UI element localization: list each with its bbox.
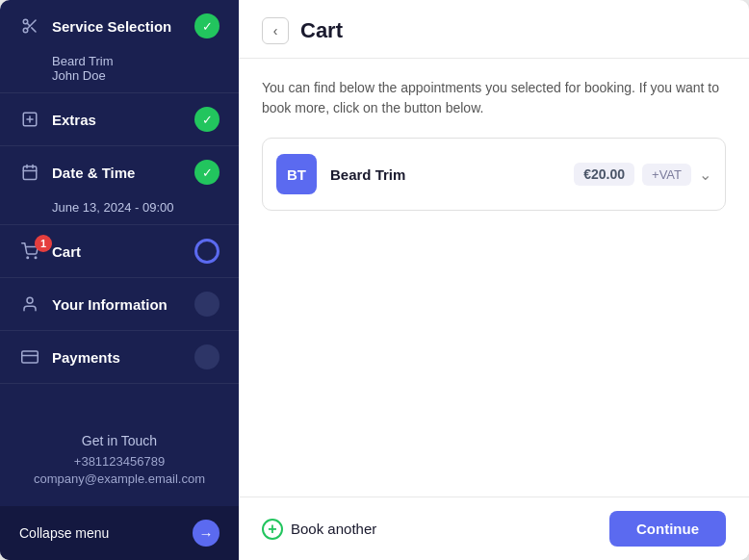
- cart-item: BT Beard Trim €20.00 +VAT ⌄: [262, 138, 726, 211]
- sidebar-item-status-inactive: [194, 344, 220, 369]
- sidebar-item-sub-date: June 13, 2024 - 09:00: [0, 198, 239, 225]
- sidebar-sub-line-1: Beard Trim: [52, 54, 220, 68]
- sidebar-item-status-done: ✓: [194, 107, 220, 132]
- sidebar-item-status-done: ✓: [194, 160, 220, 185]
- cart-description: You can find below the appointments you …: [262, 78, 726, 118]
- sidebar-item-label: Your Information: [52, 296, 194, 313]
- sidebar-item-label: Service Selection: [52, 18, 194, 35]
- book-another-button[interactable]: + Book another: [262, 519, 376, 540]
- sidebar-item-your-information[interactable]: Your Information: [0, 278, 239, 331]
- collapse-arrow-icon: →: [193, 520, 220, 547]
- sidebar-item-label: Date & Time: [52, 165, 194, 181]
- collapse-label: Collapse menu: [19, 525, 109, 541]
- main-header: ‹ Cart: [239, 0, 749, 59]
- svg-point-14: [27, 297, 33, 303]
- sidebar: Service Selection ✓ Beard Trim John Doe …: [0, 0, 239, 560]
- checkmark-icon: ✓: [202, 113, 213, 127]
- chevron-down-icon[interactable]: ⌄: [699, 165, 711, 184]
- cart-badge: 1: [35, 235, 52, 252]
- cart-item-name: Beard Trim: [330, 166, 574, 183]
- sidebar-item-status-active: [194, 239, 220, 264]
- continue-button[interactable]: Continue: [609, 511, 726, 547]
- sidebar-item-status-inactive: [194, 292, 220, 317]
- cart-item-avatar: BT: [276, 154, 317, 194]
- checkmark-icon: ✓: [202, 19, 213, 34]
- sidebar-item-date-time[interactable]: Date & Time ✓: [0, 146, 239, 198]
- contact-phone: +381123456789: [15, 454, 223, 469]
- sidebar-sub-date-line: June 13, 2024 - 09:00: [52, 200, 220, 215]
- sidebar-item-status-done: ✓: [194, 13, 220, 38]
- plus-square-icon: [19, 109, 40, 130]
- main-footer: + Book another Continue: [239, 496, 749, 560]
- sidebar-item-extras[interactable]: Extras ✓: [0, 93, 239, 146]
- sidebar-item-service-selection[interactable]: Service Selection ✓: [0, 0, 239, 52]
- page-title: Cart: [300, 18, 343, 43]
- svg-rect-8: [23, 166, 37, 180]
- main-body: You can find below the appointments you …: [239, 59, 749, 496]
- card-icon: [19, 346, 40, 368]
- checkmark-icon: ✓: [202, 165, 213, 180]
- collapse-menu-button[interactable]: Collapse menu →: [0, 506, 239, 560]
- sidebar-sub-line-2: John Doe: [52, 68, 220, 83]
- sidebar-item-label: Extras: [52, 112, 194, 128]
- user-icon: [19, 293, 40, 315]
- svg-line-4: [27, 23, 30, 26]
- main-content: ‹ Cart You can find below the appointmen…: [239, 0, 749, 560]
- plus-circle-icon: +: [262, 519, 283, 540]
- sidebar-item-payments[interactable]: Payments: [0, 331, 239, 384]
- sidebar-item-label: Payments: [52, 349, 194, 366]
- svg-rect-15: [22, 351, 39, 363]
- svg-point-12: [27, 257, 29, 259]
- sidebar-item-label: Cart: [52, 243, 194, 260]
- sidebar-contact: Get in Touch +381123456789 company@examp…: [0, 410, 239, 498]
- cart-item-vat: +VAT: [642, 164, 691, 186]
- sidebar-item-cart[interactable]: 1 Cart: [0, 225, 239, 278]
- contact-email: company@example.email.com: [15, 471, 223, 486]
- contact-title: Get in Touch: [15, 433, 223, 448]
- back-button[interactable]: ‹: [262, 17, 289, 44]
- svg-point-13: [35, 257, 37, 259]
- scissors-icon: [19, 15, 40, 37]
- svg-line-3: [32, 28, 36, 32]
- sidebar-item-sub-service: Beard Trim John Doe: [0, 52, 239, 93]
- book-another-label: Book another: [291, 521, 376, 537]
- cart-item-price: €20.00: [574, 163, 634, 186]
- calendar-icon: [19, 162, 40, 183]
